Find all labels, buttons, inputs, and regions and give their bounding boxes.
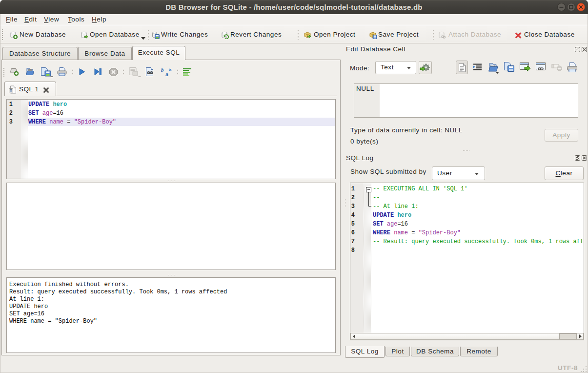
svg-text:a: a xyxy=(165,71,169,77)
svg-text:b: b xyxy=(161,67,164,73)
